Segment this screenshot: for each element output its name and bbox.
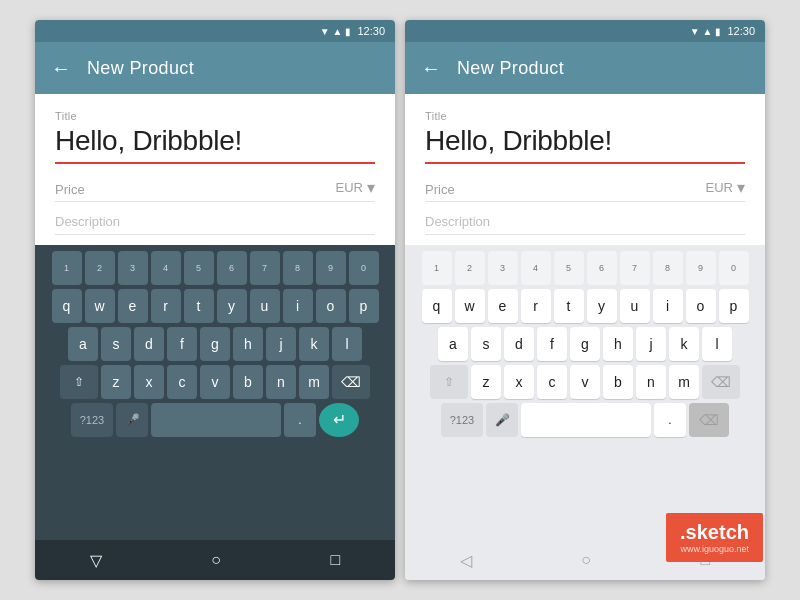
back-button-light[interactable]: ← xyxy=(421,57,441,80)
key-i[interactable]: i xyxy=(283,289,313,323)
key-4[interactable]: 4 xyxy=(151,251,181,285)
key-k[interactable]: k xyxy=(299,327,329,361)
description-field-dark[interactable]: Description xyxy=(55,202,375,235)
key-9[interactable]: 9 xyxy=(316,251,346,285)
key-c-l[interactable]: c xyxy=(537,365,567,399)
key-0[interactable]: 0 xyxy=(349,251,379,285)
key-8[interactable]: 8 xyxy=(283,251,313,285)
key-y-l[interactable]: y xyxy=(587,289,617,323)
key-h-l[interactable]: h xyxy=(603,327,633,361)
key-f-l[interactable]: f xyxy=(537,327,567,361)
space-key-dark[interactable] xyxy=(151,403,281,437)
key-f[interactable]: f xyxy=(167,327,197,361)
key-5[interactable]: 5 xyxy=(184,251,214,285)
key-6[interactable]: 6 xyxy=(217,251,247,285)
key-t[interactable]: t xyxy=(184,289,214,323)
key-v[interactable]: v xyxy=(200,365,230,399)
key-a-l[interactable]: a xyxy=(438,327,468,361)
description-field-light[interactable]: Description xyxy=(425,202,745,235)
delete-key-light[interactable]: ⌫ xyxy=(702,365,740,399)
mic-key-dark[interactable]: 🎤 xyxy=(116,403,148,437)
key-b[interactable]: b xyxy=(233,365,263,399)
price-row-dark[interactable]: Price EUR ▾ xyxy=(55,178,375,202)
key-1-l[interactable]: 1 xyxy=(422,251,452,285)
price-row-light[interactable]: Price EUR ▾ xyxy=(425,178,745,202)
key-6-l[interactable]: 6 xyxy=(587,251,617,285)
enter-key-dark[interactable]: ↵ xyxy=(319,403,359,437)
nav-home-dark[interactable]: ○ xyxy=(211,551,221,569)
title-field-light[interactable]: Title Hello, Dribbble! xyxy=(425,110,745,164)
key-k-l[interactable]: k xyxy=(669,327,699,361)
mic-key-light[interactable]: 🎤 xyxy=(486,403,518,437)
delete-key-dark[interactable]: ⌫ xyxy=(332,365,370,399)
key-u[interactable]: u xyxy=(250,289,280,323)
shift-key-dark[interactable]: ⇧ xyxy=(60,365,98,399)
key-e[interactable]: e xyxy=(118,289,148,323)
back-button-dark[interactable]: ← xyxy=(51,57,71,80)
key-z[interactable]: z xyxy=(101,365,131,399)
nav-back-light[interactable]: ◁ xyxy=(460,551,472,570)
key-l-l[interactable]: l xyxy=(702,327,732,361)
key-3[interactable]: 3 xyxy=(118,251,148,285)
key-9-l[interactable]: 9 xyxy=(686,251,716,285)
key-r-l[interactable]: r xyxy=(521,289,551,323)
key-2[interactable]: 2 xyxy=(85,251,115,285)
key-s[interactable]: s xyxy=(101,327,131,361)
key-o-l[interactable]: o xyxy=(686,289,716,323)
key-i-l[interactable]: i xyxy=(653,289,683,323)
currency-selector-light[interactable]: EUR ▾ xyxy=(706,178,745,197)
enter-key-light[interactable]: ⌫ xyxy=(689,403,729,437)
key-j[interactable]: j xyxy=(266,327,296,361)
nav-back-dark[interactable]: ▽ xyxy=(90,551,102,570)
key-m-l[interactable]: m xyxy=(669,365,699,399)
numbers-key-light[interactable]: ?123 xyxy=(441,403,483,437)
key-g[interactable]: g xyxy=(200,327,230,361)
key-n-l[interactable]: n xyxy=(636,365,666,399)
key-3-l[interactable]: 3 xyxy=(488,251,518,285)
key-y[interactable]: y xyxy=(217,289,247,323)
key-p-l[interactable]: p xyxy=(719,289,749,323)
key-7-l[interactable]: 7 xyxy=(620,251,650,285)
key-w[interactable]: w xyxy=(85,289,115,323)
key-d[interactable]: d xyxy=(134,327,164,361)
nav-home-light[interactable]: ○ xyxy=(581,551,591,569)
key-z-l[interactable]: z xyxy=(471,365,501,399)
shift-key-light[interactable]: ⇧ xyxy=(430,365,468,399)
key-m[interactable]: m xyxy=(299,365,329,399)
key-v-l[interactable]: v xyxy=(570,365,600,399)
key-4-l[interactable]: 4 xyxy=(521,251,551,285)
key-g-l[interactable]: g xyxy=(570,327,600,361)
key-e-l[interactable]: e xyxy=(488,289,518,323)
key-a[interactable]: a xyxy=(68,327,98,361)
period-key-dark[interactable]: . xyxy=(284,403,316,437)
key-8-l[interactable]: 8 xyxy=(653,251,683,285)
key-q-l[interactable]: q xyxy=(422,289,452,323)
key-s-l[interactable]: s xyxy=(471,327,501,361)
key-b-l[interactable]: b xyxy=(603,365,633,399)
key-x-l[interactable]: x xyxy=(504,365,534,399)
key-1[interactable]: 1 xyxy=(52,251,82,285)
period-key-light[interactable]: . xyxy=(654,403,686,437)
currency-selector-dark[interactable]: EUR ▾ xyxy=(336,178,375,197)
key-n[interactable]: n xyxy=(266,365,296,399)
key-h[interactable]: h xyxy=(233,327,263,361)
space-key-light[interactable] xyxy=(521,403,651,437)
key-d-l[interactable]: d xyxy=(504,327,534,361)
key-w-l[interactable]: w xyxy=(455,289,485,323)
key-x[interactable]: x xyxy=(134,365,164,399)
numbers-key-dark[interactable]: ?123 xyxy=(71,403,113,437)
key-o[interactable]: o xyxy=(316,289,346,323)
key-t-l[interactable]: t xyxy=(554,289,584,323)
key-2-l[interactable]: 2 xyxy=(455,251,485,285)
key-r[interactable]: r xyxy=(151,289,181,323)
key-p[interactable]: p xyxy=(349,289,379,323)
key-0-l[interactable]: 0 xyxy=(719,251,749,285)
title-field-dark[interactable]: Title Hello, Dribbble! xyxy=(55,110,375,164)
key-7[interactable]: 7 xyxy=(250,251,280,285)
key-c[interactable]: c xyxy=(167,365,197,399)
nav-recents-dark[interactable]: □ xyxy=(331,551,341,569)
key-l[interactable]: l xyxy=(332,327,362,361)
key-j-l[interactable]: j xyxy=(636,327,666,361)
key-q[interactable]: q xyxy=(52,289,82,323)
key-u-l[interactable]: u xyxy=(620,289,650,323)
